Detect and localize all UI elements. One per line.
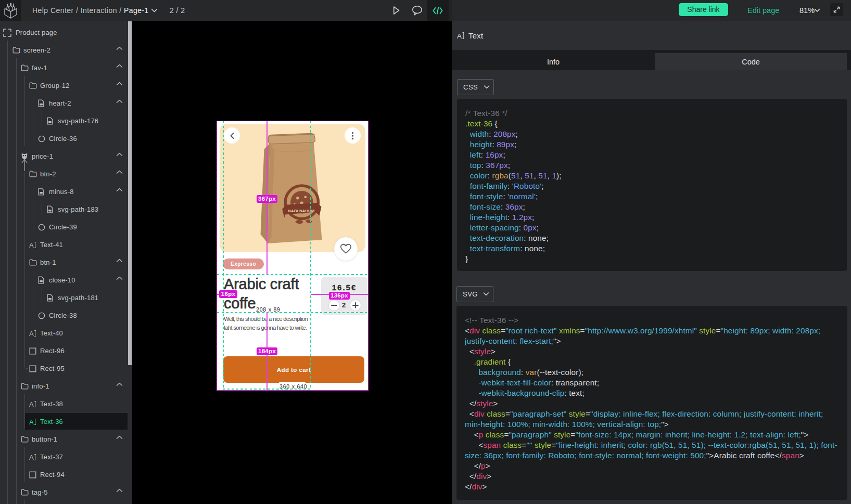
svg-text:A: A bbox=[457, 32, 462, 40]
svg-text:A: A bbox=[29, 418, 34, 425]
svg-text:A: A bbox=[29, 454, 34, 461]
svg-text:A: A bbox=[29, 400, 34, 408]
svg-text:A: A bbox=[29, 330, 34, 337]
svg-text:A: A bbox=[29, 241, 34, 249]
